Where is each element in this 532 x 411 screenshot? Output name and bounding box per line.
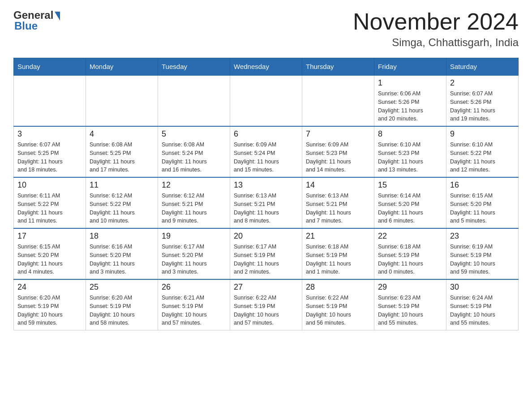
calendar-cell: [86, 75, 158, 126]
calendar-table: SundayMondayTuesdayWednesdayThursdayFrid…: [13, 58, 519, 330]
day-info: Sunrise: 6:21 AM Sunset: 5:19 PM Dayligh…: [162, 294, 226, 327]
page-header: General Blue November 2024 Simga, Chhatt…: [13, 9, 519, 49]
logo-blue-text: Blue: [14, 20, 38, 32]
day-number: 9: [450, 129, 515, 139]
day-number: 6: [234, 129, 298, 139]
day-number: 7: [306, 129, 370, 139]
day-number: 30: [450, 283, 515, 292]
day-info: Sunrise: 6:17 AM Sunset: 5:19 PM Dayligh…: [234, 243, 298, 276]
calendar-cell: 18Sunrise: 6:16 AM Sunset: 5:20 PM Dayli…: [86, 228, 158, 279]
day-info: Sunrise: 6:12 AM Sunset: 5:22 PM Dayligh…: [90, 192, 154, 225]
day-info: Sunrise: 6:15 AM Sunset: 5:20 PM Dayligh…: [450, 192, 515, 225]
day-info: Sunrise: 6:08 AM Sunset: 5:25 PM Dayligh…: [90, 141, 154, 174]
day-info: Sunrise: 6:16 AM Sunset: 5:20 PM Dayligh…: [90, 243, 154, 276]
weekday-header: Friday: [374, 58, 446, 76]
day-number: 11: [90, 180, 154, 190]
day-number: 12: [162, 180, 226, 190]
day-number: 15: [378, 180, 442, 190]
weekday-header: Saturday: [446, 58, 519, 76]
calendar-cell: 15Sunrise: 6:14 AM Sunset: 5:20 PM Dayli…: [374, 177, 446, 228]
calendar-cell: 23Sunrise: 6:19 AM Sunset: 5:19 PM Dayli…: [446, 228, 519, 279]
calendar-cell: 2Sunrise: 6:07 AM Sunset: 5:26 PM Daylig…: [446, 75, 519, 126]
calendar-cell: 4Sunrise: 6:08 AM Sunset: 5:25 PM Daylig…: [86, 126, 158, 177]
calendar-cell: 13Sunrise: 6:13 AM Sunset: 5:21 PM Dayli…: [230, 177, 302, 228]
week-row: 10Sunrise: 6:11 AM Sunset: 5:22 PM Dayli…: [14, 177, 519, 228]
calendar-cell: 27Sunrise: 6:22 AM Sunset: 5:19 PM Dayli…: [230, 279, 302, 330]
day-info: Sunrise: 6:12 AM Sunset: 5:21 PM Dayligh…: [162, 192, 226, 225]
day-number: 21: [306, 231, 370, 241]
week-row: 24Sunrise: 6:20 AM Sunset: 5:19 PM Dayli…: [14, 279, 519, 330]
day-number: 20: [234, 231, 298, 241]
calendar-cell: 22Sunrise: 6:18 AM Sunset: 5:19 PM Dayli…: [374, 228, 446, 279]
day-number: 22: [378, 231, 442, 241]
calendar-cell: [302, 75, 374, 126]
day-number: 2: [450, 78, 515, 88]
day-info: Sunrise: 6:10 AM Sunset: 5:23 PM Dayligh…: [378, 141, 442, 174]
day-number: 8: [378, 129, 442, 139]
day-number: 16: [450, 180, 515, 190]
calendar-cell: 6Sunrise: 6:09 AM Sunset: 5:24 PM Daylig…: [230, 126, 302, 177]
page-subtitle: Simga, Chhattisgarh, India: [353, 36, 519, 49]
calendar-cell: 9Sunrise: 6:10 AM Sunset: 5:22 PM Daylig…: [446, 126, 519, 177]
day-number: 25: [90, 283, 154, 292]
calendar-cell: 29Sunrise: 6:23 AM Sunset: 5:19 PM Dayli…: [374, 279, 446, 330]
day-info: Sunrise: 6:18 AM Sunset: 5:19 PM Dayligh…: [306, 243, 370, 276]
day-info: Sunrise: 6:17 AM Sunset: 5:20 PM Dayligh…: [162, 243, 226, 276]
calendar-cell: [230, 75, 302, 126]
weekday-header: Thursday: [302, 58, 374, 76]
day-info: Sunrise: 6:09 AM Sunset: 5:24 PM Dayligh…: [234, 141, 298, 174]
day-number: 19: [162, 231, 226, 241]
calendar-cell: 30Sunrise: 6:24 AM Sunset: 5:19 PM Dayli…: [446, 279, 519, 330]
calendar-cell: 17Sunrise: 6:15 AM Sunset: 5:20 PM Dayli…: [14, 228, 86, 279]
day-number: 26: [162, 283, 226, 292]
week-row: 3Sunrise: 6:07 AM Sunset: 5:25 PM Daylig…: [14, 126, 519, 177]
day-info: Sunrise: 6:20 AM Sunset: 5:19 PM Dayligh…: [90, 294, 154, 327]
day-info: Sunrise: 6:22 AM Sunset: 5:19 PM Dayligh…: [234, 294, 298, 327]
day-info: Sunrise: 6:23 AM Sunset: 5:19 PM Dayligh…: [378, 294, 442, 327]
day-number: 29: [378, 283, 442, 292]
week-row: 17Sunrise: 6:15 AM Sunset: 5:20 PM Dayli…: [14, 228, 519, 279]
calendar-cell: [158, 75, 230, 126]
day-number: 4: [90, 129, 154, 139]
weekday-header: Monday: [86, 58, 158, 76]
day-info: Sunrise: 6:06 AM Sunset: 5:26 PM Dayligh…: [378, 90, 442, 123]
day-info: Sunrise: 6:14 AM Sunset: 5:20 PM Dayligh…: [378, 192, 442, 225]
day-info: Sunrise: 6:07 AM Sunset: 5:26 PM Dayligh…: [450, 90, 515, 123]
day-info: Sunrise: 6:09 AM Sunset: 5:23 PM Dayligh…: [306, 141, 370, 174]
logo-arrow-icon: [55, 12, 60, 21]
day-info: Sunrise: 6:18 AM Sunset: 5:19 PM Dayligh…: [378, 243, 442, 276]
day-info: Sunrise: 6:24 AM Sunset: 5:19 PM Dayligh…: [450, 294, 515, 327]
day-number: 3: [17, 129, 82, 139]
calendar-cell: 16Sunrise: 6:15 AM Sunset: 5:20 PM Dayli…: [446, 177, 519, 228]
day-info: Sunrise: 6:07 AM Sunset: 5:25 PM Dayligh…: [17, 141, 82, 174]
day-info: Sunrise: 6:19 AM Sunset: 5:19 PM Dayligh…: [450, 243, 515, 276]
weekday-header: Tuesday: [158, 58, 230, 76]
calendar-header-row: SundayMondayTuesdayWednesdayThursdayFrid…: [14, 58, 519, 76]
calendar-cell: 24Sunrise: 6:20 AM Sunset: 5:19 PM Dayli…: [14, 279, 86, 330]
weekday-header: Sunday: [14, 58, 86, 76]
calendar-cell: 20Sunrise: 6:17 AM Sunset: 5:19 PM Dayli…: [230, 228, 302, 279]
calendar-cell: 5Sunrise: 6:08 AM Sunset: 5:24 PM Daylig…: [158, 126, 230, 177]
calendar-cell: 1Sunrise: 6:06 AM Sunset: 5:26 PM Daylig…: [374, 75, 446, 126]
day-number: 1: [378, 78, 442, 88]
day-number: 14: [306, 180, 370, 190]
day-number: 13: [234, 180, 298, 190]
calendar-cell: 21Sunrise: 6:18 AM Sunset: 5:19 PM Dayli…: [302, 228, 374, 279]
day-info: Sunrise: 6:10 AM Sunset: 5:22 PM Dayligh…: [450, 141, 515, 174]
day-info: Sunrise: 6:08 AM Sunset: 5:24 PM Dayligh…: [162, 141, 226, 174]
calendar-cell: 14Sunrise: 6:13 AM Sunset: 5:21 PM Dayli…: [302, 177, 374, 228]
day-number: 17: [17, 231, 82, 241]
calendar-cell: 26Sunrise: 6:21 AM Sunset: 5:19 PM Dayli…: [158, 279, 230, 330]
calendar-cell: 10Sunrise: 6:11 AM Sunset: 5:22 PM Dayli…: [14, 177, 86, 228]
day-number: 10: [17, 180, 82, 190]
calendar-cell: 25Sunrise: 6:20 AM Sunset: 5:19 PM Dayli…: [86, 279, 158, 330]
day-info: Sunrise: 6:13 AM Sunset: 5:21 PM Dayligh…: [234, 192, 298, 225]
weekday-header: Wednesday: [230, 58, 302, 76]
day-number: 5: [162, 129, 226, 139]
day-number: 27: [234, 283, 298, 292]
day-number: 24: [17, 283, 82, 292]
day-info: Sunrise: 6:15 AM Sunset: 5:20 PM Dayligh…: [17, 243, 82, 276]
calendar-cell: 3Sunrise: 6:07 AM Sunset: 5:25 PM Daylig…: [14, 126, 86, 177]
calendar-cell: 8Sunrise: 6:10 AM Sunset: 5:23 PM Daylig…: [374, 126, 446, 177]
calendar-cell: 19Sunrise: 6:17 AM Sunset: 5:20 PM Dayli…: [158, 228, 230, 279]
